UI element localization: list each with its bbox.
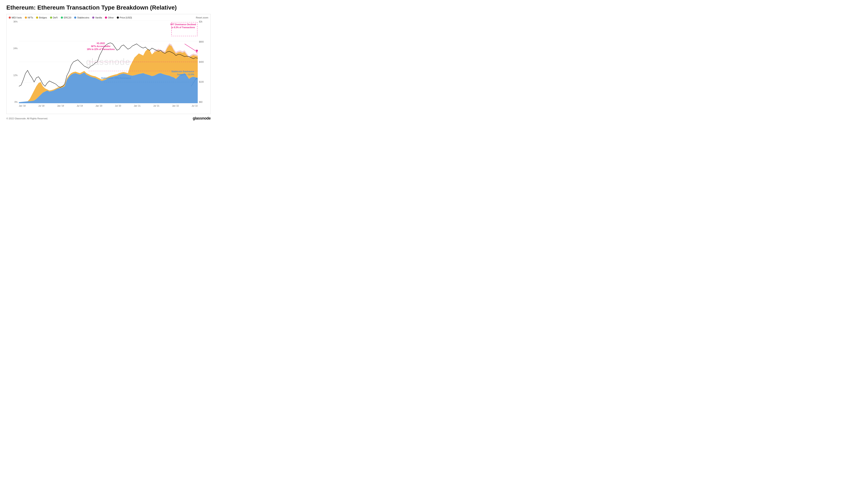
y-axis-left: 36%24%12%0% [9, 21, 19, 103]
legend-item-vanilla: Vanilla [92, 16, 102, 19]
page-title: Ethereum: Ethereum Transaction Type Brea… [7, 4, 210, 11]
y-axis-right: $2k$800$400$100$60 [198, 21, 208, 103]
chart-area: 36%24%12%0% $2k$800$400$100$60 glassnode [9, 21, 208, 112]
chart-svg [19, 21, 198, 103]
x-axis-label: Jul '21 [153, 105, 160, 107]
legend-dot [50, 16, 52, 19]
legend-item-nfts: NFTs [25, 16, 33, 19]
legend-label: DeFi [53, 16, 58, 19]
legend-label: Stablecoins [77, 16, 89, 19]
legend-label: Bridges [39, 16, 47, 19]
x-axis-label: Jan '18 [19, 105, 26, 107]
legend-dot [25, 16, 27, 19]
y-axis-left-label: 36% [13, 21, 18, 23]
y-axis-left-label: 24% [13, 47, 18, 49]
legend-dot [9, 16, 11, 19]
legend-item-defi: DeFi [50, 16, 58, 19]
x-axis-label: Jul '18 [38, 105, 45, 107]
legend-dot [105, 16, 107, 19]
x-axis-label: Jul '19 [77, 105, 83, 107]
svg-rect-7 [171, 22, 197, 36]
chart-legend: MEV botsNFTsBridgesDeFiERC20StablecoinsV… [9, 16, 208, 19]
y-axis-right-label: $60 [199, 101, 203, 103]
legend-item-price-[usd]: Price [USD] [117, 16, 132, 19]
legend-label: MEV bots [12, 16, 22, 19]
legend-label: NFTs [28, 16, 33, 19]
legend-item-erc20: ERC20 [61, 16, 71, 19]
y-axis-left-label: 12% [13, 74, 18, 77]
x-axis-label: Jul '20 [115, 105, 121, 107]
x-axis: Jan '18Jul '18Jan '19Jul '19Jan '20Jul '… [19, 104, 198, 112]
x-axis-label: Jan '19 [57, 105, 64, 107]
legend-label: Price [USD] [120, 16, 132, 19]
y-axis-right-label: $100 [199, 81, 204, 83]
reset-zoom-button[interactable]: Reset zoom [196, 16, 208, 19]
footer: © 2022 Glassnode. All Rights Reserved. g… [7, 116, 210, 121]
legend-dot [117, 16, 119, 19]
x-axis-label: Jul '22 [192, 105, 198, 107]
x-axis-label: Jan '20 [95, 105, 102, 107]
y-axis-right-label: $800 [199, 41, 204, 43]
chart-svg-area: glassnode [19, 21, 198, 103]
legend-item-bridges: Bridges [36, 16, 47, 19]
legend-dot [74, 16, 76, 19]
chart-container: Reset zoom MEV botsNFTsBridgesDeFiERC20S… [7, 14, 210, 114]
legend-label: Other [108, 16, 114, 19]
x-axis-label: Jan '22 [172, 105, 179, 107]
footer-copyright: © 2022 Glassnode. All Rights Reserved. [7, 117, 48, 120]
legend-dot [36, 16, 38, 19]
y-axis-left-label: 0% [15, 101, 18, 103]
legend-dot [61, 16, 63, 19]
y-axis-right-label: $400 [199, 61, 204, 63]
legend-dot [92, 16, 94, 19]
legend-item-mev-bots: MEV bots [9, 16, 22, 19]
footer-logo: glassnode [193, 116, 210, 121]
x-axis-label: Jan '21 [134, 105, 140, 107]
y-axis-right-label: $2k [199, 21, 202, 23]
legend-label: ERC20 [64, 16, 71, 19]
svg-line-9 [185, 44, 197, 52]
legend-item-stablecoins: Stablecoins [74, 16, 89, 19]
legend-item-other: Other [105, 16, 114, 19]
legend-label: Vanilla [95, 16, 102, 19]
